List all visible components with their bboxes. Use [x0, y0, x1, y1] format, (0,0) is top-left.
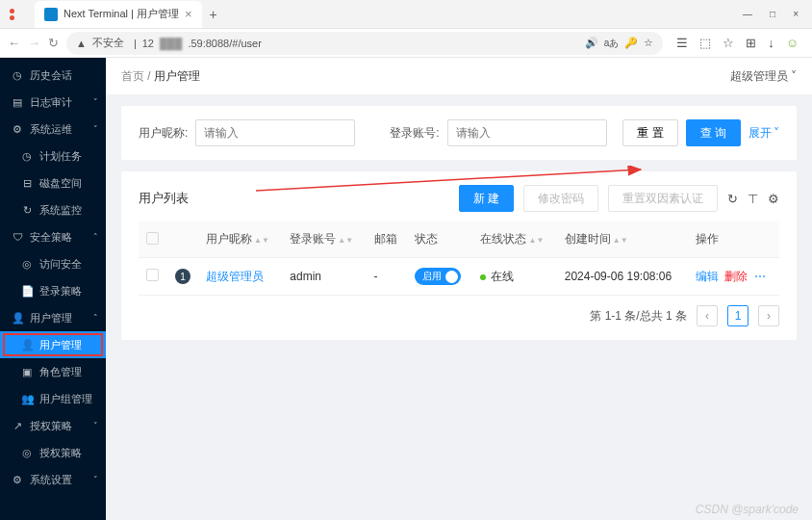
breadcrumb-current: 用户管理 [154, 69, 200, 83]
profile-icon[interactable]: ☺ [786, 36, 799, 50]
menu-icon: ↗ [12, 420, 23, 432]
sidebar-item-13[interactable]: ↗授权策略˅ [0, 412, 106, 439]
sidebar-item-4[interactable]: ⊟磁盘空间 [0, 169, 106, 196]
sidebar-item-0[interactable]: ◷历史会话 [0, 62, 106, 89]
sidebar-item-8[interactable]: 📄登录策略 [0, 277, 106, 304]
col-email: 邮箱 [367, 221, 408, 258]
sidebar-item-label: 用户组管理 [39, 392, 92, 406]
prev-page-button[interactable]: ‹ [697, 305, 718, 326]
sidebar-item-15[interactable]: ⚙系统设置˅ [0, 466, 106, 493]
voice-icon[interactable]: 🔊 [585, 37, 598, 49]
reload-button[interactable]: ↻ [48, 36, 59, 50]
menu-icon: ◎ [21, 258, 33, 271]
window-controls: — □ × [743, 9, 812, 19]
sidebar-item-10[interactable]: 👤用户管理 [0, 331, 106, 358]
page-1-button[interactable]: 1 [727, 305, 749, 326]
sidebar-item-14[interactable]: ◎授权策略 [0, 439, 106, 466]
edit-link[interactable]: 编辑 [696, 270, 719, 283]
select-all-checkbox[interactable] [146, 232, 159, 245]
sidebar-item-12[interactable]: 👥用户组管理 [0, 385, 106, 412]
sidebar-item-label: 历史会话 [30, 68, 72, 83]
list-card: 用户列表 新 建 修改密码 重置双因素认证 ↻ ⊤ ⚙ 用户昵称▲▼ 登录账号▲… [121, 171, 797, 340]
row-checkbox[interactable] [146, 269, 159, 281]
settings-icon[interactable]: ⚙ [768, 192, 779, 206]
sidebar-item-6[interactable]: 🛡安全策略˄ [0, 223, 106, 250]
minimize-button[interactable]: — [743, 9, 752, 19]
sidebar-item-label: 授权策略 [39, 446, 82, 460]
change-password-button[interactable]: 修改密码 [523, 185, 598, 212]
sidebar-item-7[interactable]: ◎访问安全 [0, 250, 106, 277]
bookmark-star-icon[interactable]: ☆ [644, 37, 653, 49]
row-index-badge: 1 [175, 269, 190, 284]
main-content: 首页 / 用户管理 超级管理员 ˅ 用户昵称: 登录账号: 重 置 查 询 展开… [106, 58, 812, 520]
sidebar-item-1[interactable]: ▤日志审计˅ [0, 89, 106, 116]
sidebar-icon[interactable]: ☰ [676, 36, 688, 50]
col-status: 状态 [407, 221, 472, 258]
sidebar-item-label: 用户管理 [39, 338, 82, 352]
nickname-input[interactable] [195, 119, 355, 146]
new-tab-button[interactable]: + [202, 7, 225, 22]
menu-icon: ⚙ [12, 123, 23, 136]
sidebar-item-label: 计划任务 [39, 149, 82, 164]
maximize-button[interactable]: □ [770, 9, 775, 19]
collections-icon[interactable]: ⊞ [746, 36, 756, 50]
sidebar-item-label: 磁盘空间 [39, 176, 82, 191]
sidebar-item-9[interactable]: 👤用户管理˄ [0, 304, 106, 331]
chevron-icon: ˄ [93, 232, 98, 242]
ext-icon[interactable]: ⬚ [699, 36, 711, 50]
page-info: 第 1-1 条/总共 1 条 [590, 308, 687, 325]
chevron-icon: ˄ [93, 313, 98, 323]
sidebar-item-label: 系统设置 [30, 473, 72, 487]
reset-2fa-button[interactable]: 重置双因素认证 [608, 185, 718, 212]
insecure-label: 不安全 [92, 36, 124, 50]
sidebar-item-label: 系统运维 [30, 122, 72, 137]
user-table: 用户昵称▲▼ 登录账号▲▼ 邮箱 状态 在线状态▲▼ 创建时间▲▼ 操作 1 超… [139, 221, 779, 296]
menu-icon: ▣ [21, 366, 33, 378]
menu-icon: ◎ [21, 447, 33, 459]
sidebar-item-3[interactable]: ◷计划任务 [0, 143, 106, 169]
sidebar-item-label: 角色管理 [39, 365, 82, 379]
browser-tab[interactable]: Next Terminal | 用户管理 × [35, 1, 202, 28]
menu-icon: ◷ [21, 150, 33, 163]
menu-icon: ◷ [12, 69, 23, 82]
status-switch[interactable]: 启用 [415, 268, 461, 285]
row-nickname-link[interactable]: 超级管理员 [206, 270, 264, 283]
menu-icon: 👤 [21, 339, 33, 351]
sidebar-item-11[interactable]: ▣角色管理 [0, 358, 106, 385]
nickname-label: 用户昵称: [139, 125, 188, 142]
back-button[interactable]: ← [8, 36, 20, 50]
new-button[interactable]: 新 建 [459, 185, 514, 212]
menu-icon: ▤ [12, 96, 23, 109]
next-page-button[interactable]: › [758, 305, 779, 326]
reset-button[interactable]: 重 置 [622, 119, 677, 146]
url-text-prefix: 12 [142, 38, 154, 49]
col-ops: 操作 [688, 221, 779, 258]
watermark: CSDN @spark'code [696, 503, 799, 516]
user-dropdown[interactable]: 超级管理员 ˅ [730, 68, 797, 85]
row-online: 在线 [472, 258, 556, 296]
favorites-icon[interactable]: ☆ [723, 36, 734, 50]
density-icon[interactable]: ⊤ [748, 192, 758, 206]
filter-card: 用户昵称: 登录账号: 重 置 查 询 展开 ˅ [121, 106, 797, 160]
close-tab-button[interactable]: × [185, 7, 192, 21]
downloads-icon[interactable]: ↓ [768, 36, 774, 50]
sidebar-item-2[interactable]: ⚙系统运维˅ [0, 116, 106, 143]
breadcrumb-home[interactable]: 首页 [121, 69, 144, 83]
row-email: - [367, 258, 408, 296]
forward-button[interactable]: → [28, 36, 40, 50]
translate-icon[interactable]: aあ [604, 37, 620, 50]
delete-link[interactable]: 删除 [724, 270, 748, 283]
account-input[interactable] [447, 119, 607, 146]
reload-icon[interactable]: ↻ [727, 192, 738, 206]
menu-icon: ↻ [21, 204, 33, 217]
pagination: 第 1-1 条/总共 1 条 ‹ 1 › [139, 305, 779, 326]
window-dots [0, 9, 29, 20]
close-window-button[interactable]: × [793, 9, 799, 19]
more-actions-button[interactable]: ⋯ [754, 270, 766, 283]
expand-link[interactable]: 展开 ˅ [749, 125, 779, 142]
breadcrumb-bar: 首页 / 用户管理 超级管理员 ˅ [106, 58, 812, 94]
sidebar-item-5[interactable]: ↻系统监控 [0, 196, 106, 223]
search-button[interactable]: 查 询 [686, 119, 741, 146]
url-input[interactable]: ▲ 不安全 | 12 ███ .59:8088/#/user 🔊 aあ 🔑 ☆ [66, 32, 663, 55]
password-icon[interactable]: 🔑 [624, 37, 638, 49]
